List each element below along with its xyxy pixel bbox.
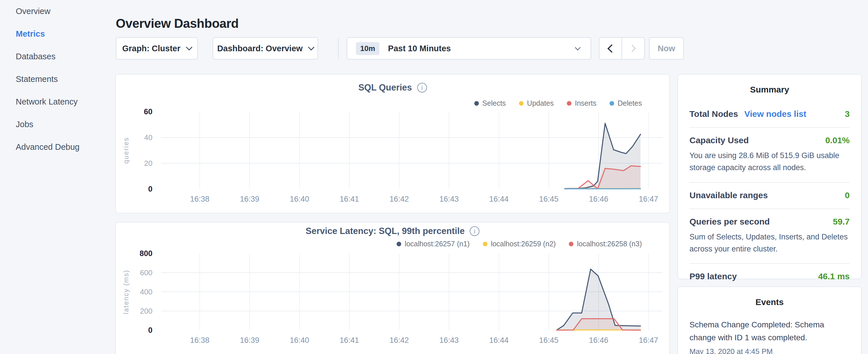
page-title: Overview Dashboard xyxy=(116,16,239,31)
svg-text:200: 200 xyxy=(140,307,152,315)
legend-dot-icon xyxy=(569,242,574,246)
svg-text:16:41: 16:41 xyxy=(340,195,359,203)
chevron-right-icon xyxy=(628,45,636,52)
svg-text:16:45: 16:45 xyxy=(539,336,559,345)
summary-row-label: Unavailable ranges xyxy=(689,190,768,200)
chevron-down-icon xyxy=(308,44,315,51)
event-item[interactable]: Schema Change Completed: Schema change w… xyxy=(689,319,850,354)
summary-row-label: Total Nodes xyxy=(689,109,738,119)
legend-label: localhost:26258 (n3) xyxy=(577,240,642,248)
summary-row-label: Queries per second xyxy=(689,217,770,227)
sidebar-item-statements[interactable]: Statements xyxy=(0,68,115,91)
legend-item[interactable]: Inserts xyxy=(567,99,596,107)
chevron-left-icon xyxy=(608,44,616,53)
svg-text:16:38: 16:38 xyxy=(190,336,210,345)
graph-dropdown[interactable]: Graph: Cluster xyxy=(116,37,198,60)
dashboard-dropdown[interactable]: Dashboard: Overview xyxy=(213,37,318,60)
summary-row-value: 0 xyxy=(845,190,850,200)
chart-legend: SelectsUpdatesInsertsDeletes xyxy=(474,99,642,107)
summary-rows: Total NodesView nodes list3Capacity Used… xyxy=(689,101,850,290)
sidebar-item-network-latency[interactable]: Network Latency xyxy=(0,91,115,113)
legend-label: Deletes xyxy=(618,99,642,107)
sidebar-item-jobs[interactable]: Jobs xyxy=(0,113,115,136)
svg-text:16:41: 16:41 xyxy=(340,336,359,345)
summary-row: Capacity Used0.01%You are using 28.6 MiB… xyxy=(689,128,850,183)
svg-text:20: 20 xyxy=(144,159,152,167)
event-message: Schema Change Completed: Schema change w… xyxy=(689,319,831,344)
controls-divider xyxy=(338,38,339,59)
summary-row-value: 59.7 xyxy=(833,217,850,227)
legend-label: Inserts xyxy=(575,99,596,107)
summary-row-value: 0.01% xyxy=(825,135,850,145)
sidebar-item-metrics[interactable]: Metrics xyxy=(0,23,115,45)
sidebar-item-overview[interactable]: Overview xyxy=(0,0,115,23)
legend-dot-icon xyxy=(397,242,401,246)
summary-row: P99 latency46.1 ms xyxy=(689,264,850,290)
summary-row: Unavailable ranges0 xyxy=(689,183,850,209)
svg-text:800: 800 xyxy=(140,251,152,258)
graph-dropdown-label: Graph: Cluster xyxy=(122,44,180,53)
summary-row-head: Total NodesView nodes list3 xyxy=(689,109,850,119)
next-time-button[interactable] xyxy=(622,38,644,59)
svg-text:16:44: 16:44 xyxy=(489,336,509,345)
svg-text:16:43: 16:43 xyxy=(439,336,459,345)
legend-dot-icon xyxy=(567,101,571,106)
svg-text:16:40: 16:40 xyxy=(290,195,309,203)
summary-panel: Summary Total NodesView nodes list3Capac… xyxy=(677,74,862,279)
chevron-down-icon xyxy=(575,45,581,51)
svg-text:16:43: 16:43 xyxy=(439,195,459,203)
sidebar-item-advanced-debug[interactable]: Advanced Debug xyxy=(0,136,115,158)
time-range-dropdown[interactable]: 10m Past 10 Minutes xyxy=(347,37,591,60)
legend-dot-icon xyxy=(483,242,488,246)
svg-text:16:42: 16:42 xyxy=(390,336,409,345)
summary-title: Summary xyxy=(678,85,861,95)
legend-item[interactable]: localhost:26259 (n2) xyxy=(483,240,556,248)
svg-text:600: 600 xyxy=(140,268,152,277)
summary-row-head: Capacity Used0.01% xyxy=(689,135,850,145)
info-icon[interactable]: i xyxy=(417,83,427,93)
chart-canvas[interactable]: 16:3816:3916:4016:4116:4216:4316:4416:45… xyxy=(116,109,671,203)
chart-legend: localhost:26257 (n1)localhost:26259 (n2)… xyxy=(397,240,642,248)
svg-text:16:40: 16:40 xyxy=(290,336,309,345)
svg-text:40: 40 xyxy=(144,133,152,142)
summary-row: Total NodesView nodes list3 xyxy=(689,101,850,128)
chart-title: SQL Queries xyxy=(358,83,412,93)
info-icon[interactable]: i xyxy=(470,226,479,236)
now-button[interactable]: Now xyxy=(649,37,684,60)
svg-text:16:46: 16:46 xyxy=(589,336,608,345)
events-title: Events xyxy=(678,297,861,307)
svg-text:16:38: 16:38 xyxy=(190,195,210,203)
event-timestamp: May 13, 2020 at 4:45 PM xyxy=(689,347,850,354)
svg-text:16:44: 16:44 xyxy=(489,195,509,203)
svg-text:60: 60 xyxy=(144,109,152,116)
legend-label: localhost:26259 (n2) xyxy=(491,240,556,248)
time-window-badge: 10m xyxy=(356,42,379,55)
svg-text:16:47: 16:47 xyxy=(639,336,658,345)
time-step-buttons xyxy=(599,37,645,60)
chart-canvas[interactable]: 16:3816:3916:4016:4116:4216:4316:4416:45… xyxy=(116,251,671,354)
legend-item[interactable]: localhost:26257 (n1) xyxy=(397,240,470,248)
dashboard-dropdown-label: Dashboard: Overview xyxy=(217,44,303,53)
svg-text:queries: queries xyxy=(122,137,130,164)
sidebar-item-databases[interactable]: Databases xyxy=(0,45,115,68)
svg-text:latency (ms): latency (ms) xyxy=(122,269,130,314)
legend-label: Selects xyxy=(482,99,506,107)
legend-item[interactable]: localhost:26258 (n3) xyxy=(569,240,642,248)
svg-text:0: 0 xyxy=(148,185,152,193)
legend-dot-icon xyxy=(610,101,614,106)
legend-item[interactable]: Updates xyxy=(519,99,554,107)
legend-label: localhost:26257 (n1) xyxy=(405,240,470,248)
svg-text:16:39: 16:39 xyxy=(240,195,259,203)
svg-text:16:46: 16:46 xyxy=(589,195,608,203)
legend-item[interactable]: Deletes xyxy=(610,99,642,107)
view-nodes-link[interactable]: View nodes list xyxy=(744,109,806,119)
legend-dot-icon xyxy=(474,101,479,106)
legend-item[interactable]: Selects xyxy=(474,99,506,107)
time-range-label: Past 10 Minutes xyxy=(388,44,451,53)
service-latency-chart-card: Service Latency: SQL, 99th percentile i … xyxy=(115,222,670,354)
summary-row-description: You are using 28.6 MiB of 515.9 GiB usab… xyxy=(689,150,850,174)
svg-text:16:45: 16:45 xyxy=(539,195,559,203)
previous-time-button[interactable] xyxy=(599,38,622,59)
app-root: OverviewMetricsDatabasesStatementsNetwor… xyxy=(0,0,868,354)
chevron-down-icon xyxy=(186,44,192,51)
